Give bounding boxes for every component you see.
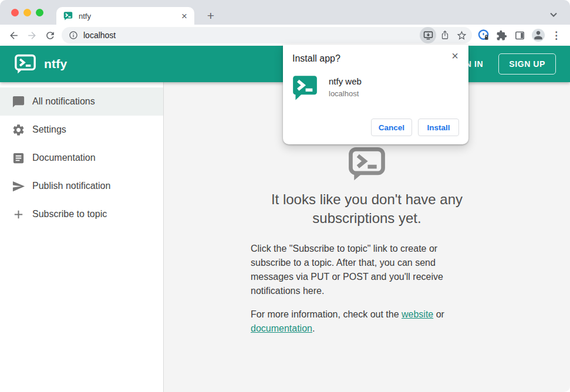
close-window-button[interactable] xyxy=(11,9,19,16)
para2-suffix: . xyxy=(312,323,315,333)
gear-icon xyxy=(12,123,25,137)
ntfy-app-icon xyxy=(292,74,318,100)
empty-state-paragraph: Click the "Subscribe to topic" link to c… xyxy=(251,242,462,298)
article-icon xyxy=(12,151,25,165)
empty-state-links-paragraph: For more information, check out the webs… xyxy=(251,307,462,336)
tab-strip: ntfy × + xyxy=(0,0,570,25)
extensions-puzzle-icon[interactable] xyxy=(493,26,511,44)
dialog-app-meta: ntfy web localhost xyxy=(329,76,362,98)
app-title: ntfy xyxy=(44,57,67,71)
tab-favicon-ntfy-icon xyxy=(63,11,73,21)
site-info-icon[interactable] xyxy=(69,31,78,40)
tab-close-icon[interactable]: × xyxy=(180,11,188,21)
empty-state: It looks like you don't have any subscri… xyxy=(249,147,484,336)
browser-window: ntfy × + localhost xyxy=(0,0,570,392)
back-button[interactable] xyxy=(5,26,23,44)
new-tab-button[interactable]: + xyxy=(203,8,219,24)
install-app-icon[interactable] xyxy=(420,27,436,43)
sign-up-button[interactable]: SIGN UP xyxy=(498,53,556,75)
address-bar[interactable]: localhost xyxy=(62,27,472,43)
profile-avatar-icon[interactable] xyxy=(529,26,547,44)
empty-state-heading: It looks like you don't have any subscri… xyxy=(249,190,484,228)
cancel-button[interactable]: Cancel xyxy=(371,119,412,136)
zoom-window-button[interactable] xyxy=(36,9,43,16)
sidebar-item-all-notifications[interactable]: All notifications xyxy=(0,87,163,116)
tab-title: ntfy xyxy=(79,12,180,21)
chat-icon xyxy=(12,95,25,109)
dialog-app-row: ntfy web localhost xyxy=(292,74,459,100)
reload-button[interactable] xyxy=(41,26,59,44)
install-button[interactable]: Install xyxy=(418,119,459,136)
url-text[interactable]: localhost xyxy=(83,31,420,40)
sidebar-item-label: Documentation xyxy=(32,153,96,163)
dialog-actions: Cancel Install xyxy=(371,119,459,136)
sidebar-item-settings[interactable]: Settings xyxy=(0,116,163,144)
sidebar-item-publish-notification[interactable]: Publish notification xyxy=(0,172,163,200)
browser-menu-icon[interactable]: ⋮ xyxy=(547,26,565,44)
minimize-window-button[interactable] xyxy=(23,9,31,16)
sidebar-item-label: Publish notification xyxy=(32,181,110,191)
bookmark-star-icon[interactable] xyxy=(454,28,469,43)
para2-prefix: For more information, check out the xyxy=(251,309,402,319)
install-app-dialog: Install app? × ntfy web localhost Cancel… xyxy=(283,45,468,144)
extensions-area: ⋮ xyxy=(474,26,565,44)
dialog-app-name: ntfy web xyxy=(329,76,362,86)
website-link[interactable]: website xyxy=(402,309,433,319)
sidebar-nav: All notifications Settings Documentation… xyxy=(0,82,164,392)
sidebar-item-documentation[interactable]: Documentation xyxy=(0,144,163,172)
sidebar-item-subscribe-to-topic[interactable]: Subscribe to topic xyxy=(0,200,163,228)
sidebar-item-label: All notifications xyxy=(32,96,95,107)
sidebar-item-label: Settings xyxy=(32,124,66,135)
para2-middle: or xyxy=(433,309,444,319)
side-panel-icon[interactable] xyxy=(511,26,529,44)
password-manager-extension-icon[interactable] xyxy=(474,26,493,44)
forward-button[interactable] xyxy=(23,26,41,44)
dialog-title: Install app? xyxy=(292,53,459,64)
documentation-link[interactable]: documentation xyxy=(251,323,312,333)
ntfy-logo-gray-icon xyxy=(348,147,386,181)
dialog-app-origin: localhost xyxy=(329,89,362,98)
ntfy-logo-icon xyxy=(14,54,36,74)
browser-tab-ntfy[interactable]: ntfy × xyxy=(56,7,194,25)
sidebar-item-label: Subscribe to topic xyxy=(32,209,107,219)
tab-search-chevron-icon[interactable] xyxy=(547,8,561,22)
dialog-close-icon[interactable]: × xyxy=(449,49,461,63)
share-icon[interactable] xyxy=(437,28,453,43)
window-controls xyxy=(11,9,43,16)
send-icon xyxy=(12,180,25,193)
plus-icon xyxy=(12,208,25,221)
browser-toolbar: localhost xyxy=(0,25,570,46)
